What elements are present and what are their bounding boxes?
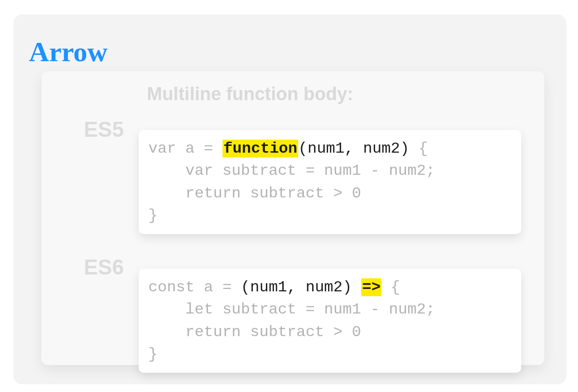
code-token: var subtract = num1 - num2; (148, 162, 435, 180)
code-token: let subtract = num1 - num2; (148, 301, 435, 318)
code-es5: var a = function(num1, num2) { var subtr… (148, 138, 512, 227)
code-token: const a = (148, 278, 241, 296)
code-token: { (409, 140, 428, 157)
code-token: { (381, 278, 400, 296)
code-token: (num1, num2) (298, 140, 409, 157)
code-token: return subtract > 0 (148, 323, 361, 341)
code-token: var a = (148, 140, 223, 157)
slide-canvas: Arrow Multiline function body: ES5 var a… (0, 0, 578, 392)
code-token: } (148, 345, 158, 363)
code-es6: const a = (num1, num2) => { let subtract… (148, 276, 512, 366)
code-token: (num1, num2) (241, 278, 361, 296)
code-card-es5: var a = function(num1, num2) { var subtr… (139, 130, 521, 234)
highlight-function-keyword: function (223, 140, 299, 157)
highlight-arrow-token: => (361, 278, 381, 296)
code-card-es6: const a = (num1, num2) => { let subtract… (139, 269, 521, 373)
es6-label: ES6 (84, 255, 124, 279)
slide-title: Arrow (29, 36, 107, 68)
slide-subtitle: Multiline function body: (147, 84, 353, 105)
es5-label: ES5 (84, 118, 124, 142)
code-token: return subtract > 0 (148, 184, 361, 202)
code-token: } (148, 207, 158, 224)
